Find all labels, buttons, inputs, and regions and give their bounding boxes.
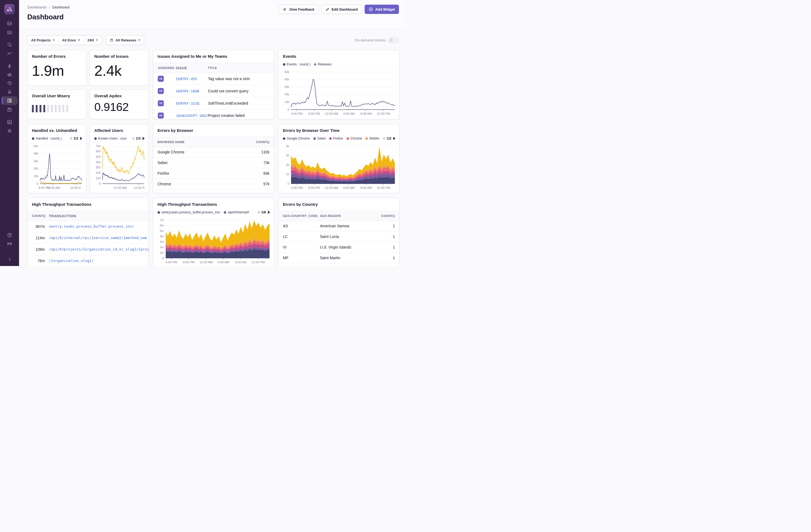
legend-item[interactable]: /api/0/internal/r (224, 210, 249, 214)
svg-text:20k: 20k (285, 93, 289, 96)
transaction-link[interactable]: /api/0/internal/rpc/{service_name}/{meth… (49, 236, 147, 240)
prev-page-icon[interactable] (70, 137, 72, 140)
column-count[interactable]: COUNT() (240, 140, 274, 143)
svg-text:12:00 AM: 12:00 AM (113, 186, 127, 189)
legend-item[interactable]: Chrome (347, 137, 362, 140)
sidebar-item-releases[interactable] (2, 106, 17, 113)
column-assignee[interactable]: ASSIGNEE (153, 66, 176, 70)
table-row: MF Saint Martin 1 (278, 253, 399, 263)
issue-link[interactable]: SENTRY-16H8 (176, 89, 199, 93)
legend-item[interactable]: Safari (313, 137, 326, 140)
legend-item[interactable]: Google Chrome (283, 137, 310, 140)
column-transaction[interactable]: TRANSACTION (45, 214, 149, 218)
add-widget-button[interactable]: Add Widget (365, 5, 399, 14)
legend-item[interactable]: Releases (314, 62, 331, 66)
legend-label: Events : count( ) (287, 62, 310, 66)
help-button[interactable] (2, 231, 17, 239)
filter-bar: All Projects All Envs 24H All Releases O… (27, 35, 399, 45)
megaphone-icon (7, 72, 12, 77)
legend-item[interactable]: Firefox (329, 137, 343, 140)
handled-line-chart[interactable]: 010k20k30k40k50k4:00 PM12:00 AM12:00 P (31, 144, 83, 190)
projects-filter[interactable]: All Projects (28, 35, 58, 45)
column-issue[interactable]: ISSUE (176, 66, 208, 70)
issue-link[interactable]: JAVASCRIPT-1BG2 (176, 113, 208, 118)
legend-item[interactable]: Events : count( ) (283, 62, 310, 66)
next-page-icon[interactable] (80, 137, 82, 140)
widget-title: High Throughput Transactions (32, 202, 144, 207)
legend-item[interactable]: Handled : count( ) (32, 137, 62, 140)
issue-link[interactable]: SENTRY-VD5 (176, 77, 197, 81)
sidebar-item-search[interactable] (2, 41, 17, 48)
legend-item[interactable]: Known Users : cour (94, 137, 127, 140)
svg-text:30k: 30k (285, 85, 289, 89)
next-page-icon[interactable] (268, 211, 270, 214)
misery-bar (59, 105, 61, 112)
table-row: VI U.S. Virgin Islands 1 (278, 242, 399, 253)
traces-icon (7, 51, 12, 57)
prev-page-icon[interactable] (383, 137, 385, 140)
sidebar-item-projects[interactable] (2, 28, 17, 36)
column-browser-name[interactable]: BROWSER.NAME (153, 140, 240, 143)
sidebar-item-issues[interactable] (2, 20, 17, 27)
column-country-code[interactable]: GEO.COUNTRY_CODE (278, 214, 320, 217)
error-count: 57k (240, 182, 274, 186)
page-indicator: 1/3 (74, 137, 78, 140)
sidebar-item-feedback[interactable] (2, 71, 17, 78)
column-title[interactable]: TITLE (208, 66, 274, 70)
column-count[interactable]: COUNT() (365, 214, 399, 217)
time-range-filter[interactable]: 24H (84, 35, 102, 45)
avatar[interactable]: TE (158, 88, 164, 94)
next-page-icon[interactable] (393, 137, 395, 140)
affected-users-line-chart[interactable]: 010020030040050060070012:00 AM12:00 P (93, 144, 145, 190)
avatar[interactable]: TE (158, 76, 164, 82)
widget-title: Overall User Misery (32, 93, 82, 98)
sidebar-item-replays[interactable] (2, 79, 17, 87)
sidebar-item-traces[interactable] (2, 50, 17, 58)
transaction-link[interactable]: sentry.tasks.process_buffer.process_incr (49, 224, 134, 228)
next-page-icon[interactable] (142, 137, 145, 140)
sidebar-item-settings[interactable] (2, 127, 17, 135)
issue-link[interactable]: SENTRY-32ZQ (176, 101, 199, 105)
legend-label: Chrome (350, 137, 362, 140)
table-row: 114m /api/0/internal/rpc/{service_name}/… (28, 232, 149, 244)
give-feedback-button[interactable]: Give Feedback (279, 5, 319, 14)
edit-dashboard-button[interactable]: Edit Dashboard (321, 5, 362, 14)
table-row: Firefox 64k (153, 168, 274, 179)
archive-box-icon (7, 107, 12, 112)
collapse-sidebar-button[interactable] (2, 256, 17, 263)
transaction-link[interactable]: /{organization_slug}/ (49, 259, 93, 263)
column-region[interactable]: GEO.REGION (320, 214, 365, 217)
table-header: BROWSER.NAME COUNT() (153, 137, 274, 147)
chart-legend: Handled : count( ) 1/3 (32, 136, 82, 141)
sidebar-item-dashboards[interactable] (2, 96, 17, 105)
header-actions: Give Feedback Edit Dashboard Add Widget (279, 5, 399, 14)
environments-filter[interactable]: All Envs (58, 35, 84, 45)
legend-dot (224, 211, 226, 214)
events-line-chart[interactable]: 010k20k30k40k50k4:00 PM8:00 PM12:00 AM4:… (282, 70, 396, 116)
svg-text:50k: 50k (33, 145, 39, 148)
prev-page-icon[interactable] (132, 137, 134, 140)
sidebar-item-alerts[interactable] (2, 88, 17, 95)
broadcast-button[interactable] (2, 240, 17, 247)
throughput-stacked-area-chart[interactable]: 01m2m3m4m5m6m7m4:00 PM8:00 PM12:00 AM4:0… (156, 218, 271, 265)
breadcrumb-dashboards[interactable]: Dashboards (28, 5, 47, 9)
release-box-icon (109, 38, 113, 42)
legend-pagination: 1/6 (257, 210, 270, 214)
megaphone-icon (283, 7, 287, 12)
sidebar-item-stats[interactable] (2, 118, 17, 126)
sidebar-item-performance[interactable] (2, 62, 17, 70)
legend-item[interactable]: sentry.tasks.process_buffer.process_incr (157, 210, 220, 214)
avatar[interactable]: TE (158, 100, 164, 106)
widget-title: Number of Errors (32, 54, 82, 59)
history-clock-icon (7, 80, 12, 86)
transaction-link[interactable]: /api/0/projects/{organization_id_or_slug… (49, 247, 149, 251)
prev-page-icon[interactable] (257, 211, 259, 214)
sentry-logo[interactable] (4, 4, 15, 14)
releases-filter[interactable]: All Releases (106, 35, 144, 45)
avatar[interactable]: TE (158, 112, 164, 119)
legend-item[interactable]: Mobile S (365, 137, 380, 140)
add-widget-label: Add Widget (375, 7, 395, 12)
column-count[interactable]: COUNT() (28, 214, 45, 217)
ondemand-metrics-toggle[interactable] (388, 37, 399, 43)
browser-stacked-area-chart[interactable]: 01k2k3k4k4:00 PM8:00 PM12:00 AM4:00 AM8:… (282, 144, 396, 190)
